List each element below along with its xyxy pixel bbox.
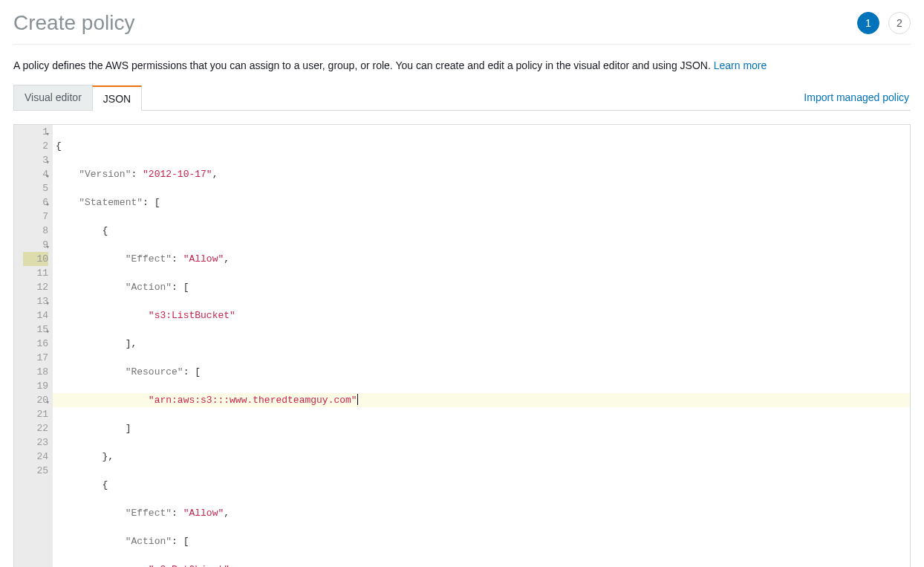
gutter-line: 24 bbox=[23, 450, 48, 464]
wizard-steps: 1 2 bbox=[857, 12, 911, 34]
tabs: Visual editor JSON bbox=[13, 85, 141, 110]
gutter-line: 15▾ bbox=[23, 323, 48, 337]
gutter-line: 6▾ bbox=[23, 195, 48, 210]
page-title: Create policy bbox=[13, 11, 134, 35]
import-managed-policy-link[interactable]: Import managed policy bbox=[804, 91, 911, 103]
gutter-line: 4▾ bbox=[23, 167, 48, 181]
gutter-line: 9▾ bbox=[23, 238, 48, 252]
gutter-line: 5 bbox=[23, 181, 48, 195]
gutter-line: 2 bbox=[23, 139, 48, 153]
gutter-line: 20▾ bbox=[23, 393, 48, 407]
gutter-line: 18 bbox=[23, 365, 48, 379]
gutter-line: 23 bbox=[23, 435, 48, 450]
step-2[interactable]: 2 bbox=[888, 12, 911, 34]
gutter-line: 17 bbox=[23, 351, 48, 365]
gutter-line: 7 bbox=[23, 210, 48, 224]
gutter-line: 11 bbox=[23, 266, 48, 280]
gutter-line: 13▾ bbox=[23, 294, 48, 308]
gutter-line: 3▾ bbox=[23, 153, 48, 167]
gutter-line: 1▾ bbox=[23, 125, 48, 139]
editor-cursor bbox=[357, 394, 358, 405]
gutter-line: 12 bbox=[23, 280, 48, 294]
description-text: A policy defines the AWS permissions tha… bbox=[13, 59, 714, 71]
gutter-line: 10 bbox=[23, 252, 48, 266]
tab-visual-editor[interactable]: Visual editor bbox=[13, 85, 93, 110]
editor-gutter: 1▾23▾4▾56▾789▾10111213▾1415▾1617181920▾2… bbox=[14, 125, 53, 567]
gutter-line: 22 bbox=[23, 421, 48, 435]
gutter-line: 21 bbox=[23, 407, 48, 421]
page-header: Create policy 1 2 bbox=[13, 11, 911, 45]
editor-code[interactable]: { "Version": "2012-10-17", "Statement": … bbox=[53, 125, 910, 567]
gutter-line: 14 bbox=[23, 308, 48, 323]
tab-json[interactable]: JSON bbox=[92, 85, 142, 111]
gutter-line: 16 bbox=[23, 337, 48, 351]
tab-row: Visual editor JSON Import managed policy bbox=[13, 85, 911, 111]
json-editor[interactable]: 1▾23▾4▾56▾789▾10111213▾1415▾1617181920▾2… bbox=[13, 124, 911, 567]
gutter-line: 8 bbox=[23, 224, 48, 238]
gutter-line: 25 bbox=[23, 464, 48, 478]
learn-more-link[interactable]: Learn more bbox=[714, 59, 767, 71]
step-1[interactable]: 1 bbox=[857, 12, 879, 34]
policy-description: A policy defines the AWS permissions tha… bbox=[13, 59, 911, 71]
gutter-line: 19 bbox=[23, 379, 48, 393]
